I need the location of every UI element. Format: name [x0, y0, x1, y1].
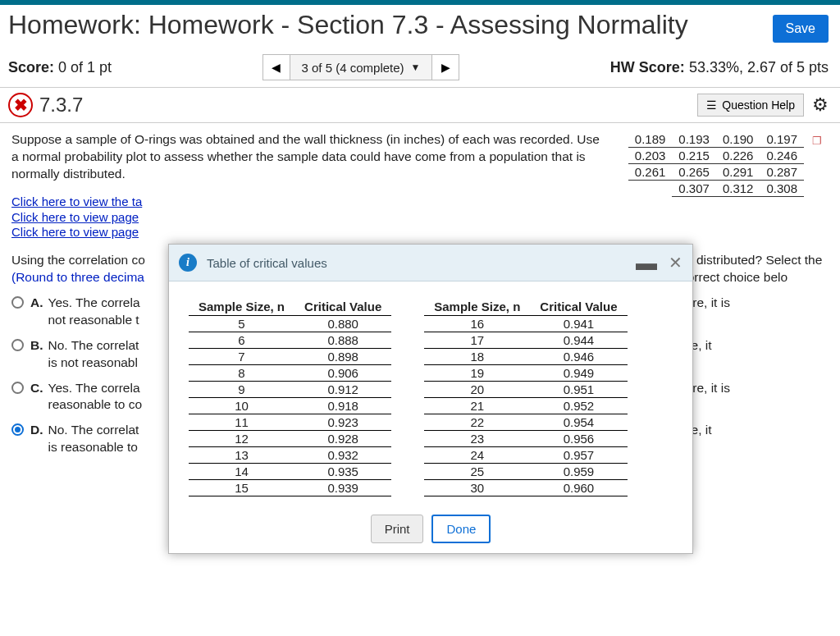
- minimize-button[interactable]: ▬: [636, 259, 657, 267]
- modal-body: Sample Size, nCritical Value 50.88060.88…: [169, 281, 692, 505]
- question-help-label: Question Help: [722, 98, 795, 112]
- critical-table-right: Sample Size, nCritical Value 160.941170.…: [424, 298, 627, 496]
- modal-footer: Print Done: [169, 505, 692, 553]
- table-row: 90.912: [189, 382, 391, 398]
- status-badge-incorrect: ✖: [8, 93, 33, 117]
- save-button[interactable]: Save: [773, 15, 829, 43]
- list-icon: ☰: [706, 98, 717, 112]
- table-row: 200.951: [424, 382, 627, 398]
- gear-icon[interactable]: ⚙: [812, 94, 829, 116]
- table-row: 220.954: [424, 414, 627, 431]
- modal-header: i Table of critical values ▬ ✕: [169, 245, 692, 281]
- radio-C[interactable]: [11, 382, 24, 394]
- question-number: 7.3.7: [39, 94, 697, 117]
- table-row: 240.957: [424, 447, 627, 464]
- table-row: 210.952: [424, 398, 627, 414]
- next-button[interactable]: ▶: [431, 54, 459, 80]
- progress-dropdown[interactable]: 3 of 5 (4 complete) ▼: [290, 54, 432, 80]
- question-text: Suppose a sample of O-rings was obtained…: [11, 131, 602, 183]
- close-icon[interactable]: ✕: [669, 253, 682, 272]
- table-row: 250.959: [424, 464, 627, 480]
- score-row: Score: 0 of 1 pt ◀ 3 of 5 (4 complete) ▼…: [0, 48, 840, 88]
- modal-title: Table of critical values: [207, 256, 636, 270]
- table-row: 230.956: [424, 431, 627, 447]
- hw-score-value: 53.33%, 2.67 of 5 pts: [689, 59, 829, 75]
- table-row: 300.960: [424, 480, 627, 496]
- table-row: 0.1890.1930.1900.197❐: [628, 131, 829, 148]
- question-help-button[interactable]: ☰ Question Help: [697, 94, 804, 117]
- progress-text: 3 of 5 (4 complete): [302, 61, 404, 75]
- score-left: Score: 0 of 1 pt: [8, 59, 112, 76]
- copy-icon[interactable]: ❐: [810, 135, 822, 147]
- table-row: 160.941: [424, 316, 627, 332]
- prev-button[interactable]: ◀: [262, 54, 290, 80]
- table-row: 70.898: [189, 349, 391, 365]
- table-row: 170.944: [424, 332, 627, 349]
- table-row: 50.880: [189, 316, 391, 332]
- score-value: 0 of 1 pt: [58, 59, 112, 75]
- table-row: 140.935: [189, 464, 391, 480]
- table-row: 150.939: [189, 480, 391, 496]
- round-note: (Round to three decima: [11, 270, 144, 284]
- table-row: 190.949: [424, 365, 627, 382]
- critical-table-left: Sample Size, nCritical Value 50.88060.88…: [189, 298, 391, 496]
- table-row: 0.3070.3120.308: [628, 181, 829, 197]
- progress-nav: ◀ 3 of 5 (4 complete) ▼ ▶: [112, 54, 610, 80]
- print-button[interactable]: Print: [371, 515, 424, 543]
- caret-down-icon: ▼: [411, 62, 421, 73]
- table-row: 0.2030.2150.2260.246: [628, 148, 829, 164]
- hw-score: HW Score: 53.33%, 2.67 of 5 pts: [610, 59, 829, 76]
- link-page-1[interactable]: Click here to view page: [11, 210, 829, 226]
- question-bar: ✖ 7.3.7 ☰ Question Help ⚙: [0, 88, 840, 123]
- table-row: 180.946: [424, 349, 627, 365]
- link-page-2[interactable]: Click here to view page: [11, 225, 829, 240]
- hw-score-label: HW Score:: [610, 59, 685, 75]
- header: Homework: Homework - Section 7.3 - Asses…: [0, 5, 840, 48]
- table-row: 60.888: [189, 332, 391, 349]
- table-row: 130.932: [189, 447, 391, 464]
- data-table: 0.1890.1930.1900.197❐ 0.2030.2150.2260.2…: [628, 131, 829, 197]
- table-row: 120.928: [189, 431, 391, 447]
- table-row: 80.906: [189, 365, 391, 382]
- radio-D[interactable]: [11, 423, 24, 436]
- page-title: Homework: Homework - Section 7.3 - Asses…: [8, 10, 773, 40]
- table-row: 110.923: [189, 414, 391, 431]
- links-block: Click here to view the ta Click here to …: [11, 194, 829, 240]
- radio-A[interactable]: [11, 296, 24, 309]
- critical-values-modal: i Table of critical values ▬ ✕ Sample Si…: [168, 244, 693, 554]
- info-icon: i: [179, 254, 197, 272]
- radio-B[interactable]: [11, 339, 24, 351]
- score-label: Score:: [8, 59, 54, 75]
- table-row: 100.918: [189, 398, 391, 414]
- table-row: 0.2610.2650.2910.287: [628, 164, 829, 181]
- done-button[interactable]: Done: [431, 515, 491, 543]
